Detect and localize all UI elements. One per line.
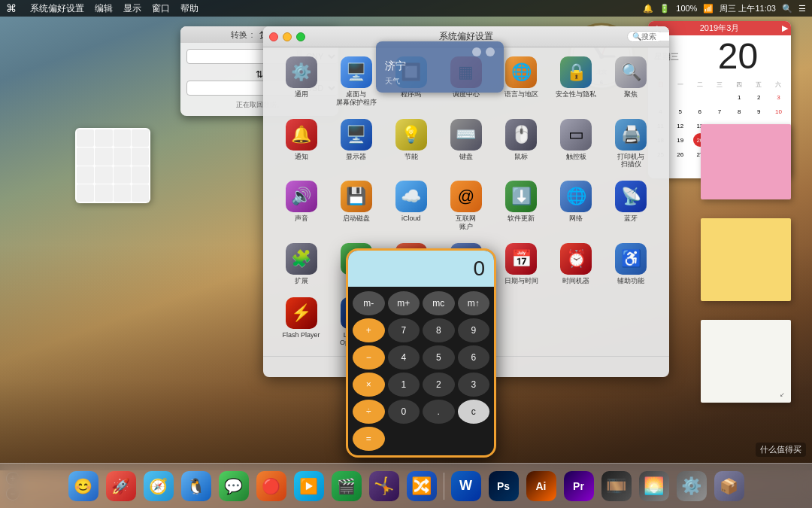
grid-cell [77, 184, 94, 202]
syspref-item-energy[interactable]: 💡 节能 [385, 116, 437, 172]
grid-cell [95, 129, 112, 147]
calc-btn-mplus[interactable]: m+ [388, 291, 420, 315]
menubar-search-icon[interactable]: 🔍 [782, 4, 792, 14]
calc-btn-9[interactable]: 9 [458, 318, 490, 342]
dock-youku[interactable]: ▶️ [292, 469, 326, 503]
dock-iqiyi[interactable]: 🎬 [329, 469, 364, 503]
syspref-search-input[interactable] [641, 32, 669, 41]
cal-day-cell[interactable]: 1 [732, 90, 746, 104]
minimize-button[interactable] [283, 32, 292, 41]
cal-day-cell[interactable]: 12 [674, 119, 687, 132]
menubar-window[interactable]: 窗口 [152, 2, 170, 15]
cal-day-cell[interactable]: 6 [693, 105, 707, 118]
calc-btn-divide[interactable]: ÷ [353, 400, 385, 424]
dock-qq[interactable]: 🐧 [179, 469, 214, 503]
dock-photos[interactable]: 🌅 [637, 469, 671, 503]
cal-day-cell[interactable] [713, 90, 726, 104]
dock-finder[interactable]: 😊 [66, 469, 101, 503]
syspref-item-flash[interactable]: ⚡ Flash Player [275, 294, 327, 351]
dock-word[interactable]: W [449, 469, 483, 503]
calc-btn-3[interactable]: 3 [458, 373, 490, 397]
apple-logo-icon[interactable]: ⌘ [6, 2, 17, 14]
sticky-note-yellow[interactable] [701, 218, 791, 301]
dock-app2[interactable]: 📦 [712, 469, 747, 503]
cal-day-cell[interactable]: 8 [732, 105, 746, 118]
calc-btn-equals[interactable]: = [353, 427, 385, 451]
syspref-item-security[interactable]: 🔒 安全性与隐私 [550, 53, 602, 110]
cal-day-cell[interactable] [674, 90, 687, 104]
syspref-item-datetime[interactable]: 📅 日期与时间 [495, 240, 547, 288]
cal-day-cell[interactable]: 7 [713, 105, 726, 118]
close-button[interactable] [269, 32, 278, 41]
weather-close-button[interactable] [486, 47, 495, 56]
dock-airdrop[interactable]: 🔀 [404, 469, 439, 503]
calc-btn-5[interactable]: 5 [423, 345, 455, 370]
cal-day-cell[interactable]: 10 [771, 105, 785, 118]
cal-day-cell[interactable]: 9 [752, 105, 765, 118]
syspref-item-startup[interactable]: 💾 启动磁盘 [330, 178, 382, 234]
calc-btn-6[interactable]: 6 [458, 345, 490, 370]
syspref-item-mouse[interactable]: 🖱️ 鼠标 [495, 116, 547, 172]
syspref-item-bluetooth[interactable]: 📡 蓝牙 [605, 178, 657, 234]
syspref-item-printer[interactable]: 🖨️ 打印机与扫描仪 [605, 116, 657, 172]
cal-day-cell[interactable]: 19 [674, 133, 687, 147]
syspref-item-network[interactable]: 🌐 网络 [550, 178, 602, 234]
menubar-edit[interactable]: 编辑 [95, 2, 113, 15]
cal-day-cell[interactable]: 2 [752, 90, 765, 104]
syspref-item-timemachine[interactable]: ⏰ 时间机器 [550, 240, 602, 288]
syspref-item-extensions[interactable]: 🧩 扩展 [275, 240, 327, 288]
dock-person[interactable]: 🤸 [367, 469, 401, 503]
dock-safari[interactable]: 🧭 [141, 469, 176, 503]
calc-btn-dot[interactable]: . [423, 400, 455, 424]
syspref-item-internet[interactable]: @ 互联网账户 [440, 178, 492, 234]
airdrop-icon: 🔀 [407, 471, 437, 501]
syspref-item-trackpad[interactable]: ▭ 触控板 [550, 116, 602, 172]
menubar-display[interactable]: 显示 [123, 2, 141, 15]
dock-settings[interactable]: ⚙️ [674, 469, 709, 503]
cal-day-cell[interactable]: 3 [771, 90, 785, 104]
syspref-item-update[interactable]: ⬇️ 软件更新 [495, 178, 547, 234]
syspref-item-spotlight[interactable]: 🔍 聚焦 [605, 53, 657, 110]
cal-day-cell[interactable] [674, 162, 687, 175]
calc-btn-clear[interactable]: c [458, 400, 490, 424]
calc-btn-8[interactable]: 8 [423, 318, 455, 342]
calc-btn-plus[interactable]: + [353, 318, 385, 342]
cal-day-cell[interactable]: 5 [674, 105, 687, 118]
calc-btn-mc[interactable]: mc [423, 291, 455, 315]
dock-launchpad[interactable]: 🚀 [104, 469, 138, 503]
syspref-item-general[interactable]: ⚙️ 通用 [275, 53, 327, 110]
syspref-item-display[interactable]: 🖥️ 显示器 [330, 116, 382, 172]
menubar-syspref[interactable]: 系统偏好设置 [30, 2, 84, 15]
syspref-item-keyboard[interactable]: ⌨️ 键盘 [440, 116, 492, 172]
calc-btn-0[interactable]: 0 [388, 400, 420, 424]
maximize-button[interactable] [296, 32, 305, 41]
sticky-note-white[interactable]: ↙ [701, 320, 791, 403]
menubar-help[interactable]: 帮助 [180, 2, 198, 15]
calc-btn-multiply[interactable]: × [353, 373, 385, 397]
syspref-item-sound[interactable]: 🔊 声音 [275, 178, 327, 234]
cal-day-cell[interactable] [693, 90, 707, 104]
dock-ai[interactable]: Ai [524, 469, 559, 503]
dock-finalcut[interactable]: 🎞️ [599, 469, 634, 503]
dock-pr[interactable]: Pr [562, 469, 596, 503]
syspref-item-icloud[interactable]: ☁️ iCloud [385, 178, 437, 234]
menubar-battery-pct: 100% [676, 4, 697, 13]
menubar-menu-icon[interactable]: ☰ [798, 4, 806, 14]
syspref-item-desktop[interactable]: 🖥️ 桌面与屏幕保护程序 [330, 53, 382, 110]
dock-weibo[interactable]: 🔴 [254, 469, 289, 503]
dock-wechat[interactable]: 💬 [217, 469, 251, 503]
syspref-item-notification[interactable]: 🔔 通知 [275, 116, 327, 172]
calc-btn-mr[interactable]: m↑ [458, 291, 490, 315]
cal-day-cell[interactable]: 26 [674, 148, 687, 161]
calc-btn-2[interactable]: 2 [423, 373, 455, 397]
calc-btn-mminus[interactable]: m- [353, 291, 385, 315]
calc-btn-minus[interactable]: − [353, 345, 385, 370]
calc-btn-7[interactable]: 7 [388, 318, 420, 342]
weather-minimize-button[interactable] [472, 47, 481, 56]
calc-btn-4[interactable]: 4 [388, 345, 420, 370]
calendar-next-icon[interactable]: ▶ [782, 23, 788, 33]
syspref-item-accessibility[interactable]: ♿ 辅助功能 [605, 240, 657, 288]
dock-ps[interactable]: Ps [486, 469, 521, 503]
sticky-note-pink[interactable] [701, 124, 791, 199]
calc-btn-1[interactable]: 1 [388, 373, 420, 397]
